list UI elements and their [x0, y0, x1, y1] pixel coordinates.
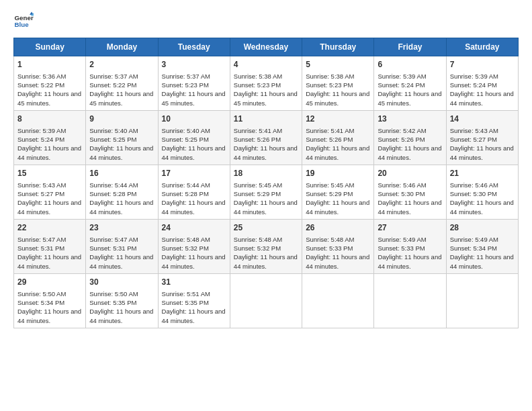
sunrise: Sunrise: 5:41 AM: [234, 127, 282, 134]
sunset: Sunset: 5:28 PM: [89, 190, 136, 197]
sunset: Sunset: 5:25 PM: [162, 136, 209, 143]
daylight-label: Daylight: 11 hours and 44 minutes.: [17, 308, 81, 324]
calendar-cell: 20Sunrise: 5:46 AMSunset: 5:30 PMDayligh…: [374, 165, 446, 219]
day-number: 5: [306, 59, 370, 71]
calendar-cell: 4Sunrise: 5:38 AMSunset: 5:23 PMDaylight…: [230, 56, 302, 111]
day-number: 16: [89, 168, 154, 179]
day-number: 19: [306, 168, 370, 179]
sunset: Sunset: 5:24 PM: [378, 81, 425, 89]
calendar-cell: 15Sunrise: 5:43 AMSunset: 5:27 PMDayligh…: [14, 165, 86, 219]
svg-text:General: General: [15, 14, 34, 21]
day-number: 17: [162, 168, 226, 179]
daylight-label: Daylight: 11 hours and 45 minutes.: [162, 90, 226, 106]
sunrise: Sunrise: 5:50 AM: [89, 290, 138, 298]
daylight-label: Daylight: 11 hours and 44 minutes.: [17, 199, 81, 215]
calendar-cell: 26Sunrise: 5:48 AMSunset: 5:33 PMDayligh…: [302, 219, 374, 273]
day-number: 3: [162, 59, 226, 71]
day-number: 23: [89, 222, 154, 234]
sunset: Sunset: 5:33 PM: [378, 244, 425, 252]
logo-icon: General Blue: [13, 11, 34, 31]
daylight-label: Daylight: 11 hours and 45 minutes.: [234, 90, 298, 106]
daylight-label: Daylight: 11 hours and 44 minutes.: [162, 253, 226, 269]
sunset: Sunset: 5:22 PM: [17, 81, 64, 89]
calendar-cell: [446, 273, 518, 328]
day-header-thursday: Thursday: [302, 38, 374, 56]
calendar-cell: 13Sunrise: 5:42 AMSunset: 5:26 PMDayligh…: [374, 110, 446, 165]
sunrise: Sunrise: 5:49 AM: [378, 236, 426, 243]
day-number: 9: [89, 113, 154, 125]
sunrise: Sunrise: 5:48 AM: [306, 236, 354, 243]
sunset: Sunset: 5:35 PM: [89, 299, 136, 306]
sunrise: Sunrise: 5:48 AM: [162, 236, 210, 243]
daylight-label: Daylight: 11 hours and 44 minutes.: [450, 253, 514, 269]
sunrise: Sunrise: 5:46 AM: [378, 181, 426, 189]
sunrise: Sunrise: 5:40 AM: [89, 127, 138, 134]
calendar-week-2: 8Sunrise: 5:39 AMSunset: 5:24 PMDaylight…: [14, 110, 519, 165]
sunrise: Sunrise: 5:47 AM: [89, 236, 138, 243]
day-header-monday: Monday: [86, 38, 158, 56]
day-header-sunday: Sunday: [14, 38, 86, 56]
daylight-label: Daylight: 11 hours and 44 minutes.: [89, 308, 153, 324]
daylight-label: Daylight: 11 hours and 45 minutes.: [17, 90, 81, 106]
calendar-cell: 14Sunrise: 5:43 AMSunset: 5:27 PMDayligh…: [446, 110, 518, 165]
sunset: Sunset: 5:32 PM: [162, 244, 209, 252]
sunrise: Sunrise: 5:37 AM: [162, 73, 210, 80]
sunrise: Sunrise: 5:47 AM: [17, 236, 66, 243]
page-header: General Blue: [13, 11, 519, 31]
day-number: 20: [378, 168, 442, 179]
calendar-table: SundayMondayTuesdayWednesdayThursdayFrid…: [13, 38, 519, 328]
sunrise: Sunrise: 5:49 AM: [450, 236, 498, 243]
calendar-header-row: SundayMondayTuesdayWednesdayThursdayFrid…: [14, 38, 519, 56]
sunset: Sunset: 5:32 PM: [234, 244, 281, 252]
day-number: 7: [450, 59, 515, 71]
daylight-label: Daylight: 11 hours and 44 minutes.: [450, 90, 514, 106]
day-number: 18: [234, 168, 298, 179]
calendar-cell: 7Sunrise: 5:39 AMSunset: 5:24 PMDaylight…: [446, 56, 518, 111]
calendar-week-5: 29Sunrise: 5:50 AMSunset: 5:34 PMDayligh…: [14, 273, 519, 328]
calendar-cell: 22Sunrise: 5:47 AMSunset: 5:31 PMDayligh…: [14, 219, 86, 273]
day-number: 6: [378, 59, 442, 71]
day-number: 13: [378, 113, 442, 125]
calendar-week-3: 15Sunrise: 5:43 AMSunset: 5:27 PMDayligh…: [14, 165, 519, 219]
sunrise: Sunrise: 5:39 AM: [17, 127, 66, 134]
daylight-label: Daylight: 11 hours and 44 minutes.: [234, 253, 298, 269]
sunset: Sunset: 5:26 PM: [234, 136, 281, 143]
sunrise: Sunrise: 5:51 AM: [162, 290, 210, 298]
sunrise: Sunrise: 5:45 AM: [234, 181, 282, 189]
daylight-label: Daylight: 11 hours and 44 minutes.: [378, 199, 441, 215]
daylight-label: Daylight: 11 hours and 45 minutes.: [378, 90, 441, 106]
daylight-label: Daylight: 11 hours and 44 minutes.: [378, 253, 441, 269]
sunset: Sunset: 5:23 PM: [234, 81, 281, 89]
calendar-cell: 2Sunrise: 5:37 AMSunset: 5:22 PMDaylight…: [86, 56, 158, 111]
sunset: Sunset: 5:27 PM: [450, 136, 497, 143]
calendar-cell: 11Sunrise: 5:41 AMSunset: 5:26 PMDayligh…: [230, 110, 302, 165]
day-number: 11: [234, 113, 298, 125]
sunrise: Sunrise: 5:36 AM: [17, 73, 66, 80]
sunrise: Sunrise: 5:44 AM: [89, 181, 138, 189]
sunrise: Sunrise: 5:38 AM: [234, 73, 282, 80]
day-header-tuesday: Tuesday: [158, 38, 230, 56]
day-number: 10: [162, 113, 226, 125]
calendar-cell: 18Sunrise: 5:45 AMSunset: 5:29 PMDayligh…: [230, 165, 302, 219]
sunrise: Sunrise: 5:50 AM: [17, 290, 66, 298]
sunset: Sunset: 5:30 PM: [450, 190, 497, 197]
calendar-cell: 25Sunrise: 5:48 AMSunset: 5:32 PMDayligh…: [230, 219, 302, 273]
sunset: Sunset: 5:29 PM: [234, 190, 281, 197]
daylight-label: Daylight: 11 hours and 44 minutes.: [17, 253, 81, 269]
calendar-cell: 27Sunrise: 5:49 AMSunset: 5:33 PMDayligh…: [374, 219, 446, 273]
sunrise: Sunrise: 5:39 AM: [450, 73, 498, 80]
sunset: Sunset: 5:24 PM: [450, 81, 497, 89]
day-number: 21: [450, 168, 515, 179]
daylight-label: Daylight: 11 hours and 44 minutes.: [162, 144, 226, 161]
day-number: 27: [378, 222, 442, 234]
calendar-cell: 31Sunrise: 5:51 AMSunset: 5:35 PMDayligh…: [158, 273, 230, 328]
daylight-label: Daylight: 11 hours and 44 minutes.: [89, 253, 153, 269]
sunrise: Sunrise: 5:39 AM: [378, 73, 426, 80]
day-header-friday: Friday: [374, 38, 446, 56]
sunrise: Sunrise: 5:42 AM: [378, 127, 426, 134]
sunrise: Sunrise: 5:43 AM: [17, 181, 66, 189]
calendar-cell: 12Sunrise: 5:41 AMSunset: 5:26 PMDayligh…: [302, 110, 374, 165]
day-header-wednesday: Wednesday: [230, 38, 302, 56]
daylight-label: Daylight: 11 hours and 44 minutes.: [234, 144, 298, 161]
calendar-cell: 5Sunrise: 5:38 AMSunset: 5:23 PMDaylight…: [302, 56, 374, 111]
